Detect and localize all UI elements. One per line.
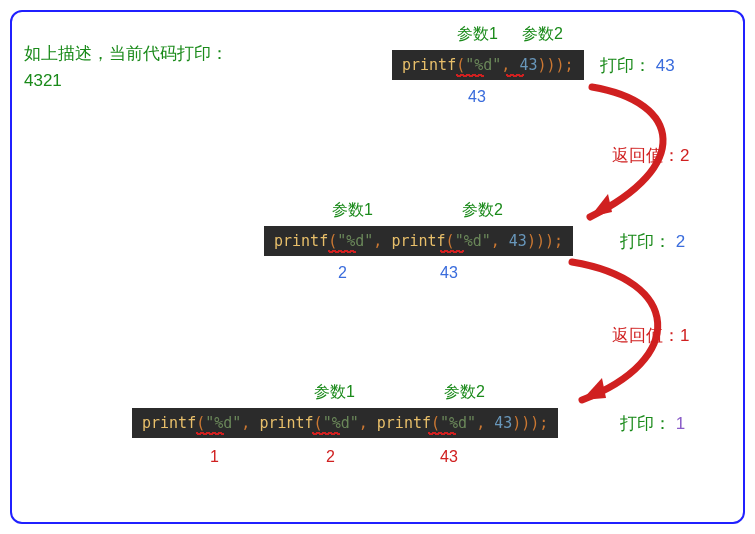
squiggle-icon — [196, 430, 224, 438]
print-label-text: 打印： — [600, 56, 651, 75]
print-step1: 打印： 43 — [600, 54, 675, 77]
return-step2: 返回值：1 — [612, 324, 689, 347]
squiggle-icon — [440, 248, 464, 256]
under-2-step3: 2 — [326, 448, 335, 466]
param2-label-step1: 参数2 — [522, 24, 563, 45]
print-step3: 打印： 1 — [620, 412, 685, 435]
under-43-step1: 43 — [468, 88, 486, 106]
return-step1: 返回值：2 — [612, 144, 689, 167]
print-value-1: 1 — [676, 414, 685, 433]
param2-label-step3: 参数2 — [444, 382, 485, 403]
squiggle-icon — [506, 72, 524, 80]
param1-label-step1: 参数1 — [457, 24, 498, 45]
under-43-step3: 43 — [440, 448, 458, 466]
param1-label-step3: 参数1 — [314, 382, 355, 403]
param2-label-step2: 参数2 — [462, 200, 503, 221]
return-label-text: 返回值： — [612, 146, 680, 165]
squiggle-icon — [328, 248, 356, 256]
under-2-step2: 2 — [338, 264, 347, 282]
code-step2: printf("%d", printf("%d", 43))); — [264, 226, 573, 256]
squiggle-icon — [428, 430, 456, 438]
return-value-1: 1 — [680, 326, 689, 345]
triple-rparen: ))); — [537, 56, 573, 74]
code-step1: printf("%d", 43))); — [392, 50, 584, 80]
printf-kw: printf — [402, 56, 456, 74]
print-step2: 打印： 2 — [620, 230, 685, 253]
squiggle-icon — [312, 430, 340, 438]
squiggle-icon — [456, 72, 484, 80]
under-1-step3: 1 — [210, 448, 219, 466]
param1-label-step2: 参数1 — [332, 200, 373, 221]
desc-line2: 4321 — [24, 67, 228, 94]
print-value-2: 2 — [676, 232, 685, 251]
return-value-2: 2 — [680, 146, 689, 165]
print-value-43: 43 — [656, 56, 675, 75]
diagram-frame: 如上描述，当前代码打印： 4321 参数1 参数2 printf("%d", 4… — [10, 10, 745, 524]
under-43-step2: 43 — [440, 264, 458, 282]
description-text: 如上描述，当前代码打印： 4321 — [24, 40, 228, 94]
desc-line1: 如上描述，当前代码打印： — [24, 40, 228, 67]
